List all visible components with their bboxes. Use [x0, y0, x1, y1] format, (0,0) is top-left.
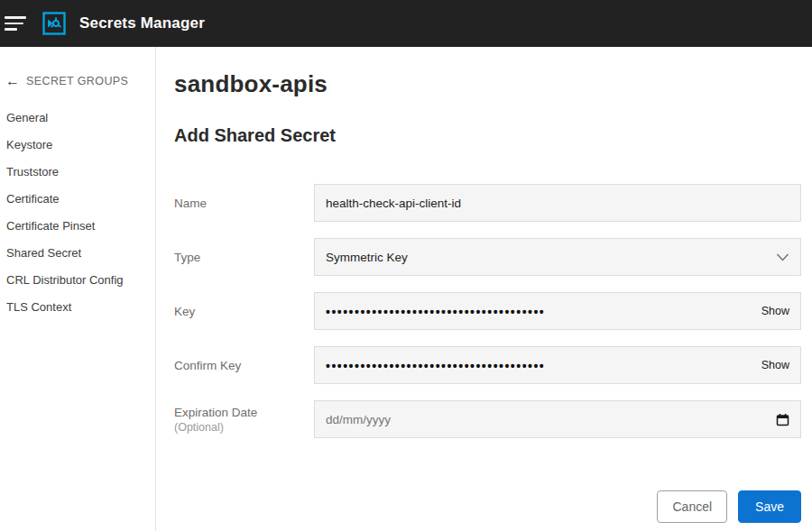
expiration-date-label: Expiration Date (Optional)	[174, 406, 314, 434]
confirm-key-row: Confirm Key ••••••••••••••••••••••••••••…	[174, 346, 801, 384]
add-shared-secret-form: Name health-check-api-client-id Type Sym…	[174, 184, 801, 523]
type-label: Type	[174, 251, 314, 264]
app-header: Secrets Manager	[0, 0, 812, 47]
key-input[interactable]: •••••••••••••••••••••••••••••••••••••• S…	[314, 292, 801, 330]
name-row: Name health-check-api-client-id	[174, 184, 801, 222]
sidebar-item-keystore[interactable]: Keystore	[5, 132, 150, 159]
date-placeholder: dd/mm/yyyy	[326, 413, 391, 426]
sidebar-item-general[interactable]: General	[5, 105, 150, 132]
confirm-key-show-button[interactable]: Show	[761, 359, 789, 371]
type-row: Type Symmetric Key	[174, 238, 801, 276]
save-button[interactable]: Save	[738, 490, 801, 523]
expiration-date-label-text: Expiration Date	[174, 406, 314, 419]
form-actions: Cancel Save	[174, 490, 801, 523]
key-masked-value: ••••••••••••••••••••••••••••••••••••••	[326, 305, 545, 319]
back-to-secret-groups[interactable]: ← SECRET GROUPS	[5, 74, 150, 88]
chevron-down-icon	[776, 253, 789, 261]
type-select[interactable]: Symmetric Key	[314, 238, 801, 276]
key-show-button[interactable]: Show	[761, 305, 789, 317]
sidebar-item-certificate[interactable]: Certificate	[5, 186, 150, 213]
secrets-manager-vault-logo-icon[interactable]	[40, 9, 69, 38]
expiration-date-row: Expiration Date (Optional) dd/mm/yyyy	[174, 400, 801, 438]
sidebar: ← SECRET GROUPS General Keystore Trustst…	[0, 47, 156, 531]
calendar-icon[interactable]	[776, 413, 789, 426]
app-title: Secrets Manager	[79, 14, 205, 32]
section-title: Add Shared Secret	[174, 125, 801, 146]
expiration-date-input[interactable]: dd/mm/yyyy	[314, 400, 801, 438]
sidebar-item-crl-distributor-config[interactable]: CRL Distributor Config	[5, 267, 150, 294]
sidebar-item-shared-secret[interactable]: Shared Secret	[5, 240, 150, 267]
arrow-left-icon: ←	[5, 74, 20, 88]
sidebar-item-certificate-pinset[interactable]: Certificate Pinset	[5, 213, 150, 240]
confirm-key-masked-value: ••••••••••••••••••••••••••••••••••••••	[326, 359, 545, 373]
name-label: Name	[174, 197, 314, 210]
confirm-key-label: Confirm Key	[174, 359, 314, 372]
cancel-button[interactable]: Cancel	[657, 490, 727, 523]
back-label: SECRET GROUPS	[26, 75, 128, 87]
sidebar-item-tls-context[interactable]: TLS Context	[5, 294, 150, 321]
page-title: sandbox-apis	[174, 70, 801, 98]
key-label: Key	[174, 305, 314, 318]
name-input[interactable]: health-check-api-client-id	[314, 184, 801, 222]
expiration-date-optional-label: (Optional)	[174, 421, 314, 434]
name-value: health-check-api-client-id	[326, 197, 461, 210]
key-row: Key ••••••••••••••••••••••••••••••••••••…	[174, 292, 801, 330]
confirm-key-input[interactable]: •••••••••••••••••••••••••••••••••••••• S…	[314, 346, 801, 384]
main-content: sandbox-apis Add Shared Secret Name heal…	[156, 47, 812, 531]
hamburger-menu-icon[interactable]	[5, 8, 35, 39]
type-value: Symmetric Key	[326, 251, 408, 264]
sidebar-item-truststore[interactable]: Truststore	[5, 159, 150, 186]
